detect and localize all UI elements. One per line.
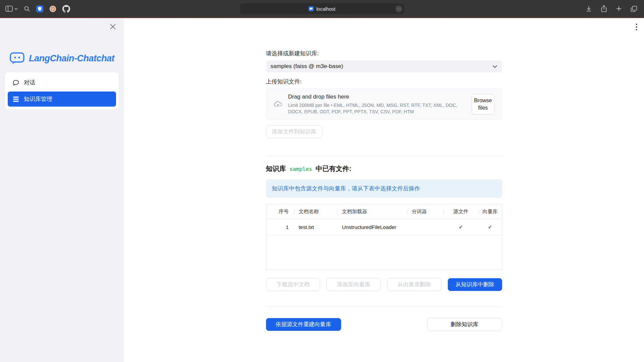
close-sidebar-button[interactable]	[109, 23, 116, 30]
divider	[266, 156, 502, 156]
page-options-icon[interactable]: ⋯	[395, 5, 402, 12]
chatchat-logo-icon	[9, 52, 25, 65]
table-header-row: 序号 文档名称 文档加载器 分词器 源文件 向量库	[266, 204, 502, 219]
app-logo-text: LangChain-Chatchat	[29, 53, 114, 64]
dropzone-limit: Limit 200MB per file • EML, HTML, JSON, …	[288, 102, 466, 115]
add-to-vectorstore-button[interactable]: 添加至向量库	[326, 278, 381, 291]
app-logo: LangChain-Chatchat	[0, 18, 124, 65]
sidebar-toggle-icon[interactable]	[5, 6, 18, 12]
sidebar-item-dialogue[interactable]: 对话	[8, 75, 116, 90]
heading-suffix: 中已有文件:	[316, 165, 352, 172]
add-files-to-kb-button[interactable]: 添加文件到知识库	[266, 125, 322, 138]
kb-files-table: 序号 文档名称 文档加载器 分词器 源文件 向量库 1 test.txt Uns…	[266, 204, 502, 270]
divider	[266, 306, 502, 307]
cell-index: 1	[266, 219, 294, 235]
downloads-icon[interactable]	[586, 5, 592, 12]
cell-sourcefile-check: ✓	[443, 219, 479, 235]
col-header-docname: 文档名称	[294, 204, 337, 219]
cell-docname: test.txt	[294, 219, 337, 235]
url-text: localhost	[316, 6, 335, 11]
cloud-upload-icon	[274, 99, 282, 110]
cell-vectorstore-check: ✓	[479, 219, 502, 235]
record-extension-icon[interactable]	[49, 5, 56, 12]
tab-overview-icon[interactable]	[631, 6, 637, 12]
kb-select-label: 请选择或新建知识库:	[266, 50, 502, 57]
download-selected-button[interactable]: 下载选中文档	[266, 278, 320, 291]
chat-icon	[12, 79, 19, 86]
sidebar-item-label: 对话	[24, 79, 35, 86]
kb-files-heading: 知识库 samples 中已有文件:	[266, 165, 502, 173]
chevron-down-icon	[14, 8, 18, 10]
cell-splitter	[407, 219, 443, 235]
chevron-down-icon	[492, 65, 497, 68]
cell-loader: UnstructuredFileLoader	[337, 219, 407, 235]
file-dropzone[interactable]: Drag and drop files here Limit 200MB per…	[266, 88, 502, 120]
search-icon[interactable]	[24, 6, 30, 12]
address-bar[interactable]: localhost ⋯	[240, 4, 404, 14]
delete-from-kb-button[interactable]: 从知识库中删除	[448, 278, 502, 291]
delete-kb-button[interactable]: 删除知识库	[427, 318, 502, 331]
kb-select-value: samples (faiss @ m3e-base)	[271, 63, 343, 70]
sidebar-item-label: 知识库管理	[24, 95, 52, 103]
share-icon[interactable]	[601, 5, 607, 13]
col-header-loader: 文档加载器	[337, 204, 407, 219]
kb-name-code: samples	[288, 166, 314, 172]
close-icon	[110, 24, 116, 29]
dropzone-title: Drag and drop files here	[288, 94, 466, 100]
sidebar-nav: 对话 知识库管理	[5, 72, 119, 109]
table-actions: 下载选中文档 添加至向量库 从向量库删除 从知识库中删除	[266, 278, 502, 291]
github-extension-icon[interactable]	[62, 5, 70, 13]
col-header-splitter: 分词器	[407, 204, 443, 219]
info-banner: 知识库中包含源文件与向量库，请从下表中选择文件后操作	[266, 179, 502, 198]
overflow-menu-icon[interactable]	[636, 23, 637, 32]
browser-toolbar: localhost ⋯	[0, 0, 644, 17]
sidebar-item-knowledge-base[interactable]: 知识库管理	[8, 92, 116, 107]
col-header-vectorstore: 向量库	[479, 204, 502, 219]
main-area: 请选择或新建知识库: samples (faiss @ m3e-base) 上传…	[124, 18, 644, 362]
new-tab-icon[interactable]	[616, 6, 622, 12]
knowledge-base-icon	[12, 96, 19, 103]
table-row[interactable]: 1 test.txt UnstructuredFileLoader ✓ ✓	[266, 219, 502, 235]
remove-from-vectorstore-button[interactable]: 从向量库删除	[387, 278, 441, 291]
kb-select[interactable]: samples (faiss @ m3e-base)	[266, 60, 502, 72]
browse-files-button[interactable]: Browse files	[472, 94, 494, 114]
col-header-index: 序号	[266, 204, 294, 219]
shield-extension-icon[interactable]	[36, 5, 43, 12]
heading-prefix: 知识库	[266, 165, 286, 172]
col-header-sourcefile: 源文件	[443, 204, 479, 219]
site-favicon	[309, 6, 314, 11]
kb-bottom-actions: 依据源文件重建向量库 删除知识库	[266, 318, 502, 331]
rebuild-vectorstore-button[interactable]: 依据源文件重建向量库	[266, 318, 341, 331]
upload-label: 上传知识文件:	[266, 78, 502, 85]
sidebar: LangChain-Chatchat 对话 知识库管理	[0, 18, 124, 362]
